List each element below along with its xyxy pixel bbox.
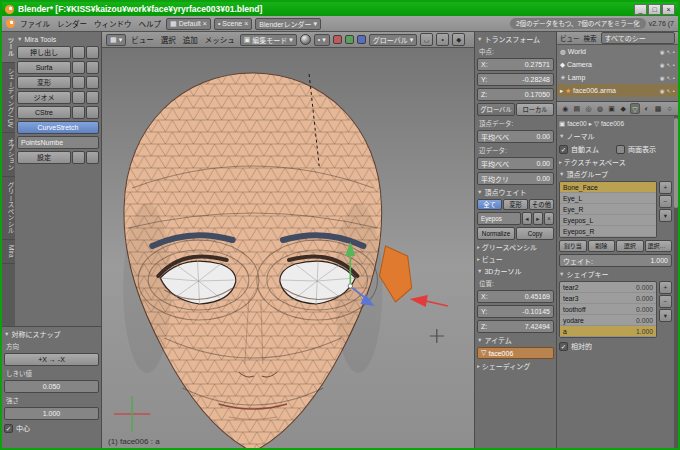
mira-settings-option2-icon[interactable]	[86, 151, 99, 164]
shapekey-row[interactable]: tear30.000	[560, 293, 656, 304]
vgroup-row[interactable]: Bone_Face	[560, 182, 656, 193]
snap-element-icon[interactable]: •	[436, 33, 449, 46]
center-checkbox[interactable]: ✓	[4, 424, 13, 433]
add-menu[interactable]: 追加	[181, 34, 200, 45]
median-y-field[interactable]: Y: -0.28248	[477, 73, 554, 86]
render-engine-select[interactable]: Blenderレンダー ▾	[255, 18, 321, 30]
center-checkbox-row[interactable]: ✓ 中心	[4, 422, 99, 434]
vgroup-row[interactable]: Eye_R	[560, 204, 656, 215]
shape-keys-panel-header[interactable]: ▼ シェイプキー	[559, 269, 672, 279]
properties-scrollbar[interactable]	[674, 116, 678, 448]
vgroup-row[interactable]: Eye_L	[560, 193, 656, 204]
prev-group-icon[interactable]: ◂	[522, 212, 532, 225]
mesh-menu[interactable]: メッシュ	[203, 34, 237, 45]
weights-tab-other[interactable]: その他	[529, 199, 554, 210]
manipulator-y-icon[interactable]	[345, 35, 354, 44]
select-button[interactable]: 選択	[616, 240, 644, 252]
next-group-icon[interactable]: ▸	[533, 212, 543, 225]
outliner-item-camera[interactable]: ◆ Camera ◉↖▪	[557, 58, 678, 71]
cursor-panel-header[interactable]: ▼ 3Dカーソル	[477, 266, 554, 276]
mira-extrude-option-icon[interactable]	[72, 46, 85, 59]
vertex-bevel-field[interactable]: 平均ベベ 0.00	[477, 130, 554, 143]
scene-select[interactable]: • Scene ×	[214, 18, 252, 30]
global-button[interactable]: グローバル	[477, 103, 515, 116]
direction-select[interactable]: +X → -X	[4, 353, 99, 366]
outliner-item-lamp[interactable]: ☀ Lamp ◉↖▪	[557, 71, 678, 84]
selectable-icon[interactable]: ↖	[666, 62, 671, 68]
layout-close-icon[interactable]: ×	[203, 20, 207, 27]
deselect-button[interactable]: 選択解除	[645, 240, 673, 252]
mira-cstretch-option2-icon[interactable]	[86, 106, 99, 119]
mira-extrude-option2-icon[interactable]	[86, 46, 99, 59]
renderable-icon[interactable]: ▪	[673, 62, 675, 68]
mira-tools-panel-header[interactable]: ▼ Mira Tools	[17, 34, 99, 44]
menu-window[interactable]: ウィンドウ	[92, 18, 134, 29]
visibility-eye-icon[interactable]: ◉	[660, 49, 665, 55]
props-tab-render[interactable]: ◉	[560, 103, 571, 114]
shading-panel-header[interactable]: ▸ シェーディング	[477, 361, 554, 371]
mira-extrude-button[interactable]: 押し出し	[17, 46, 71, 59]
remove-group-icon[interactable]: ×	[544, 212, 554, 225]
renderable-icon[interactable]: ▪	[673, 75, 675, 81]
tab-mira[interactable]: Mira	[2, 240, 15, 264]
visibility-eye-icon[interactable]: ◉	[660, 88, 665, 94]
manipulator-x-icon[interactable]	[333, 35, 342, 44]
viewport-shading-icon[interactable]	[300, 34, 311, 45]
normals-panel-header[interactable]: ▼ ノーマル	[559, 131, 672, 141]
outliner-search-menu[interactable]: 検索	[584, 33, 597, 43]
tab-options[interactable]: オプション	[2, 133, 15, 177]
vertex-weights-panel-header[interactable]: ▼ 頂点ウェイト	[477, 187, 554, 197]
select-menu[interactable]: 選択	[159, 34, 178, 45]
vgroup-row[interactable]: Eyepos_L	[560, 215, 656, 226]
expand-icon[interactable]: ▸	[560, 87, 563, 95]
menu-file[interactable]: ファイル	[18, 18, 52, 29]
visibility-eye-icon[interactable]: ◉	[660, 75, 665, 81]
cursor-x-field[interactable]: X: 0.45169	[477, 290, 554, 303]
mira-cstretch-option-icon[interactable]	[72, 106, 85, 119]
edge-crease-field[interactable]: 平均クリ 0.00	[477, 172, 554, 185]
menu-help[interactable]: ヘルプ	[137, 18, 164, 29]
outliner-filter-select[interactable]: すべてのシー	[601, 32, 676, 44]
shapekey-row[interactable]: yodare0.000	[560, 315, 656, 326]
props-tab-modifiers[interactable]: ◆	[618, 103, 629, 114]
points-number-field[interactable]: PointsNumbe	[17, 136, 99, 149]
mira-settings-option-icon[interactable]	[72, 151, 85, 164]
vertex-groups-panel-header[interactable]: ▼ 頂点グループ	[559, 169, 672, 179]
editor-type-select[interactable]: ▦ ▾	[106, 34, 126, 46]
props-tab-render-layers[interactable]: ▤	[572, 103, 583, 114]
weight-group-field[interactable]: Eyepos	[477, 212, 521, 225]
breadcrumb-data[interactable]: face006	[601, 120, 624, 127]
snap-magnet-icon[interactable]: ◡	[420, 33, 433, 46]
shapekey-row[interactable]: tear20.000	[560, 282, 656, 293]
viewport-canvas[interactable]: (1) face006 : a	[102, 48, 474, 448]
snap-panel-header[interactable]: ▼ 対称にスナップ	[4, 329, 99, 339]
mira-geometry-option-icon[interactable]	[72, 91, 85, 104]
maximize-button[interactable]: □	[648, 4, 661, 15]
blender-menu-icon[interactable]	[6, 19, 15, 28]
median-x-field[interactable]: X: 0.27571	[477, 58, 554, 71]
red-axis-arrow[interactable]	[410, 295, 448, 307]
edge-bevel-field[interactable]: 平均ベベ 0.00	[477, 157, 554, 170]
cursor-y-field[interactable]: Y: -0.10145	[477, 305, 554, 318]
minimize-button[interactable]: _	[634, 4, 647, 15]
view-menu[interactable]: ビュー	[129, 34, 156, 45]
tab-tools[interactable]: ツール	[2, 32, 15, 63]
visibility-eye-icon[interactable]: ◉	[660, 62, 665, 68]
add-group-icon[interactable]: +	[659, 181, 672, 194]
group-specials-icon[interactable]: ▾	[659, 209, 672, 222]
cursor-z-field[interactable]: Z: 7.42494	[477, 320, 554, 333]
props-tab-world[interactable]: ◍	[595, 103, 606, 114]
titlebar[interactable]: Blender* [F:¥KISS¥kaizou¥work¥face¥yryrf…	[2, 2, 678, 16]
mira-geometry-option2-icon[interactable]	[86, 91, 99, 104]
props-tab-object[interactable]: ▣	[606, 103, 617, 114]
outliner-item-armature[interactable]: ▸ ★ face006.arma ◉↖▪	[557, 84, 678, 97]
mira-surface-button[interactable]: Surfa	[17, 61, 71, 74]
outliner-view-menu[interactable]: ビュー	[560, 33, 580, 43]
assign-button[interactable]: 割り当	[559, 240, 587, 252]
screen-layout-select[interactable]: ▦ Default ×	[166, 18, 211, 30]
tab-shading-uv[interactable]: シェーディング / UV	[2, 63, 15, 134]
mira-surface-option-icon[interactable]	[72, 61, 85, 74]
props-tab-data[interactable]: ▽	[630, 103, 641, 114]
mode-select[interactable]: ▣ 編集モード ▾	[240, 34, 297, 46]
double-sided-row[interactable]: 両面表示	[616, 143, 672, 155]
